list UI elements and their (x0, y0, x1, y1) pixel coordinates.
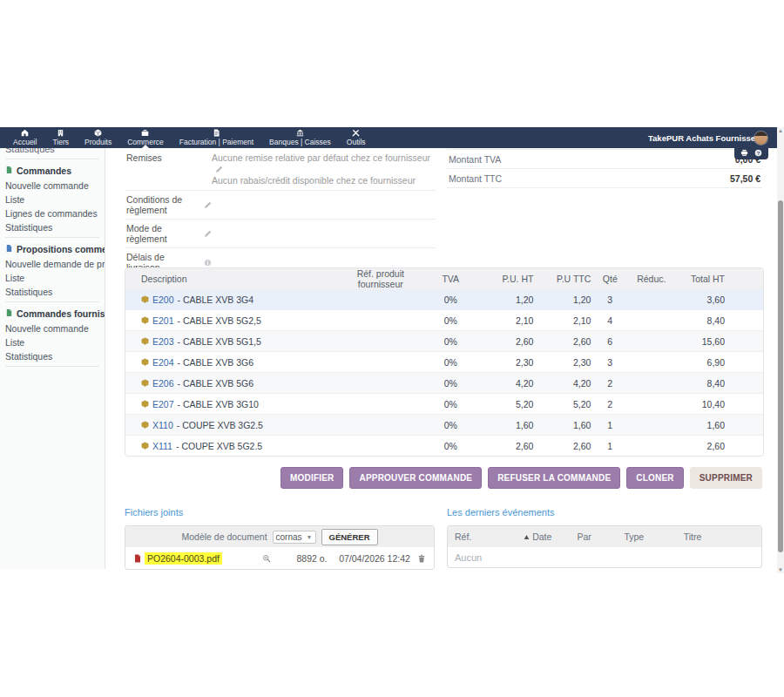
total-label: Montant TTC (449, 173, 502, 184)
events-column-header[interactable]: Par (570, 531, 617, 542)
refuser-la-commande-button[interactable]: REFUSER LA COMMANDE (488, 467, 620, 489)
sidebar-item-statistiques[interactable]: Statistiques (0, 349, 105, 363)
line-tva: 0% (425, 336, 476, 347)
nav-item-label: Banques | Caisses (269, 138, 331, 146)
product-ref-link[interactable]: X111 (152, 441, 172, 451)
approuver-commande-button[interactable]: APPROUVER COMMANDE (349, 467, 482, 489)
field-label: Remises (126, 152, 212, 163)
line-description: E206 - CABLE XVB 5G6 (125, 378, 336, 389)
field-value: Aucune remise relative par défaut chez c… (212, 152, 436, 186)
edit-pencil-icon[interactable] (204, 228, 212, 239)
billing-icon (213, 129, 220, 137)
attachment-file-link[interactable]: PO2604-0003.pdf (145, 552, 222, 565)
nav-item-produits[interactable]: Produits (77, 127, 119, 148)
product-ref-link[interactable]: E207 (152, 399, 174, 409)
product-ref-link[interactable]: X110 (152, 420, 173, 430)
document-model-select[interactable]: cornas▼ (273, 531, 316, 544)
action-buttons: MODIFIERAPPROUVER COMMANDEREFUSER LA COM… (280, 467, 762, 489)
product-ref-link[interactable]: E204 (152, 357, 174, 368)
events-column-header[interactable]: Réf. (448, 531, 517, 542)
sidebar-item-liste[interactable]: Liste (0, 335, 105, 349)
document-icon (5, 166, 13, 176)
line-pu-ttc: 1,60 (533, 420, 591, 430)
nav-item-banques-caisses[interactable]: Banques | Caisses (261, 127, 339, 148)
sidebar-item-liste[interactable]: Liste (0, 193, 105, 206)
column-header: TVA (425, 274, 476, 284)
line-row[interactable]: E200 - CABLE XVB 3G40%1,201,2033,60 (125, 288, 763, 309)
modifier-button[interactable]: MODIFIER (280, 467, 344, 489)
nav-item-commerce[interactable]: Commerce (119, 127, 172, 148)
nav-item-accueil[interactable]: Accueil (5, 127, 44, 148)
sidebar-item-liste[interactable]: Liste (0, 271, 105, 285)
line-description: E200 - CABLE XVB 3G4 (125, 294, 336, 305)
edit-pencil-icon[interactable] (204, 200, 212, 210)
product-name: - CABLE XVB 5G6 (178, 378, 254, 389)
line-description: X111 - COUPE XVB 5G2.5 (125, 441, 336, 451)
line-total-ht: 8,40 (673, 315, 725, 326)
nav-item-tiers[interactable]: Tiers (44, 127, 77, 148)
preview-zoom-icon[interactable] (248, 553, 285, 564)
sidebar-item-nouvelle-commande[interactable]: Nouvelle commande (0, 321, 105, 335)
nav-item-label: Tiers (52, 138, 69, 146)
nav-item-outils[interactable]: Outils (339, 127, 374, 148)
product-ref-link[interactable]: E203 (152, 336, 174, 347)
cloner-button[interactable]: CLONER (626, 467, 683, 489)
product-cube-icon (141, 337, 149, 345)
line-row[interactable]: E206 - CABLE XVB 5G60%4,204,2028,40 (125, 372, 763, 393)
sidebar-item-statistiques[interactable]: Statistiques (0, 220, 105, 234)
line-row[interactable]: E204 - CABLE XVB 3G60%2,302,3036,90 (125, 351, 763, 372)
events-column-label: Réf. (455, 531, 471, 542)
help-icon[interactable]: ? (754, 149, 762, 157)
avatar[interactable] (754, 132, 767, 145)
sidebar-item-lignes-de-commandes[interactable]: Lignes de commandes (0, 206, 105, 220)
document-model-bar: Modèle de document cornas▼ GÉNÉRER (125, 526, 434, 547)
line-row[interactable]: E201 - CABLE XVB 5G2,50%2,102,1048,40 (125, 309, 763, 330)
product-ref-link[interactable]: E201 (152, 315, 174, 326)
vertical-scrollbar[interactable]: ▲ ▼ (777, 127, 784, 573)
sidebar-section-commandes-fournisseurs[interactable]: Commandes fournisseurs (0, 305, 105, 321)
sidebar-item-nouvelle-demande-de-prix[interactable]: Nouvelle demande de prix (0, 257, 105, 271)
supprimer-button[interactable]: SUPPRIMER (690, 467, 762, 489)
scroll-up-arrow[interactable]: ▲ (777, 127, 784, 134)
generate-button[interactable]: GÉNÉRER (321, 529, 378, 545)
events-column-header[interactable]: Date (517, 531, 570, 542)
product-name: - COUPE XVB 3G2.5 (177, 420, 263, 430)
line-row[interactable]: X110 - COUPE XVB 3G2.50%1,601,6011,60 (125, 414, 763, 435)
line-row[interactable]: E203 - CABLE XVB 5G1,50%2,602,60615,60 (125, 330, 763, 351)
sidebar-item-nouvelle-commande[interactable]: Nouvelle commande (0, 179, 105, 193)
events-column-header[interactable]: Type (617, 531, 676, 542)
line-total-ht: 6,90 (673, 357, 725, 368)
print-icon[interactable] (740, 149, 748, 157)
user-menu[interactable]: TakePUR Achats Fournisse (645, 127, 784, 148)
sidebar-section-propositions-commerciale-[interactable]: Propositions commerciale … (0, 240, 105, 257)
events-column-header[interactable]: Titre (677, 531, 761, 542)
sidebar-section-title: Commandes fournisseurs (17, 308, 105, 319)
top-navbar: AccueilTiersProduitsCommerceFacturation … (0, 127, 784, 148)
trash-icon[interactable] (410, 553, 426, 564)
line-description: E203 - CABLE XVB 5G1,5 (125, 336, 336, 347)
product-ref-link[interactable]: E200 (152, 294, 174, 305)
line-row[interactable]: X111 - COUPE XVB 5G2.50%2,602,6012,60 (125, 435, 763, 456)
sidebar-divider (5, 301, 99, 302)
sidebar-item-statistiques[interactable]: Statistiques (0, 285, 105, 299)
totals-panel: Montant TVA0,00 €Montant TTC57,50 € (447, 149, 762, 188)
events-column-label: Type (624, 531, 644, 542)
product-ref-link[interactable]: E206 (152, 378, 174, 389)
line-total-ht: 8,40 (673, 378, 725, 389)
edit-pencil-icon[interactable] (215, 164, 223, 174)
sidebar-section-commandes[interactable]: Commandes (0, 162, 105, 179)
thirdparty-icon (57, 129, 64, 137)
line-tva: 0% (425, 357, 476, 368)
scrollbar-thumb[interactable] (778, 200, 783, 552)
total-row: Montant TVA0,00 € (447, 149, 762, 168)
line-total-ht: 3,60 (673, 294, 725, 305)
nav-item-facturation-paiement[interactable]: Facturation | Paiement (172, 127, 261, 148)
company-user-label: TakePUR Achats Fournisse (645, 133, 755, 143)
line-pu-ttc: 2,60 (533, 336, 591, 347)
line-pu-ttc: 2,30 (533, 357, 591, 368)
line-row[interactable]: E207 - CABLE XVB 3G100%5,205,20210,40 (125, 393, 763, 414)
scroll-down-arrow[interactable]: ▼ (777, 566, 784, 573)
line-pu-ht: 2,60 (476, 336, 534, 347)
sidebar-item-cut[interactable]: Statistiques (0, 148, 105, 156)
line-pu-ht: 2,30 (476, 357, 534, 368)
